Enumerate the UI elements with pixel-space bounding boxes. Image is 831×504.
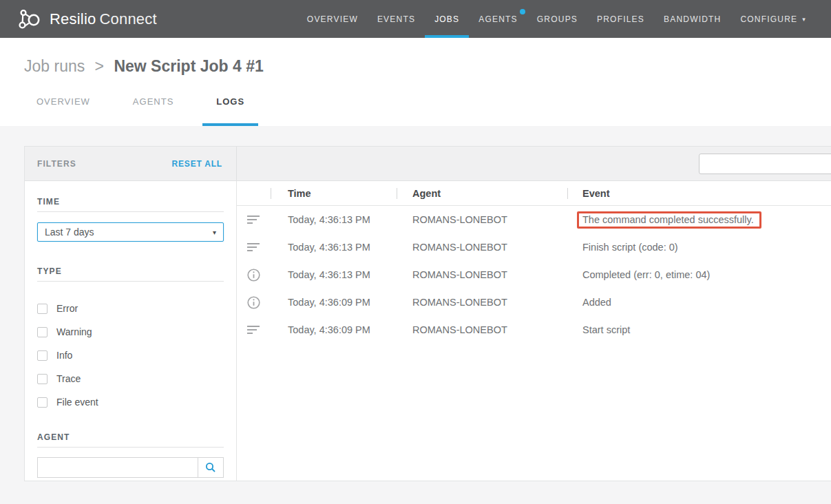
breadcrumb: Job runs > New Script Job 4 #1 [24, 57, 264, 76]
time-range-value: Last 7 days [45, 227, 94, 238]
resilio-logo[interactable]: ResilioConnect [18, 8, 157, 30]
filters-title: FILTERS [37, 159, 76, 169]
trace-checkbox-label: Trace [56, 373, 81, 384]
trace-icon [246, 242, 261, 253]
agent-section-rule [37, 447, 224, 448]
breadcrumb-separator: > [95, 57, 104, 75]
card-body: TIME Last 7 days ▾ TYPE Error Warning [25, 181, 831, 481]
info-checkbox-label: Info [56, 350, 72, 361]
log-time: Today, 4:36:09 PM [271, 324, 397, 335]
log-time: Today, 4:36:13 PM [271, 214, 397, 225]
trace-icon [246, 214, 261, 225]
log-agent: ROMANS-LONEBOT [397, 242, 567, 253]
job-tabs: OVERVIEW AGENTS LOGS [23, 96, 273, 126]
checkbox-info[interactable]: Info [37, 344, 224, 367]
time-section-rule [37, 211, 224, 212]
log-row: Today, 4:36:13 PM ROMANS-LONEBOT Complet… [237, 261, 831, 288]
select-caret-icon: ▾ [213, 229, 216, 236]
log-event: Finish script (code: 0) [567, 242, 831, 253]
log-agent: ROMANS-LONEBOT [397, 324, 567, 335]
breadcrumb-job-runs[interactable]: Job runs [24, 57, 85, 75]
type-section-rule [37, 281, 224, 282]
tab-logs[interactable]: LOGS [202, 96, 258, 126]
error-checkbox-label: Error [56, 303, 78, 314]
time-section-label: TIME [37, 197, 224, 207]
filters-header: FILTERS RESET ALL [25, 147, 237, 180]
agent-search-button[interactable] [198, 457, 224, 478]
tab-agents[interactable]: AGENTS [119, 96, 187, 126]
logs-card: FILTERS RESET ALL TIME Last 7 days ▾ TYP… [24, 146, 831, 481]
time-range-select[interactable]: Last 7 days ▾ [37, 222, 224, 242]
header-time: Time [271, 188, 397, 199]
logs-toolbar [237, 147, 831, 180]
agents-notification-dot [520, 9, 525, 14]
log-table-header: Time Agent Event [237, 181, 831, 206]
log-time: Today, 4:36:13 PM [271, 242, 397, 253]
file-event-checkbox-label: File event [56, 397, 98, 408]
log-time: Today, 4:36:13 PM [271, 269, 397, 280]
logs-search-input[interactable] [699, 154, 831, 174]
top-navbar: ResilioConnect OVERVIEW EVENTS JOBS AGEN… [0, 0, 831, 38]
log-agent: ROMANS-LONEBOT [397, 269, 567, 280]
nav-item-bandwidth[interactable]: BANDWIDTH [654, 0, 730, 38]
type-section-label: TYPE [37, 266, 224, 276]
log-row: Today, 4:36:13 PM ROMANS-LONEBOT Finish … [237, 233, 831, 261]
header-event: Event [567, 188, 831, 199]
log-row: Today, 4:36:09 PM ROMANS-LONEBOT Start s… [237, 316, 831, 344]
log-event: Completed (err: 0, etime: 04) [567, 269, 831, 280]
annotation-highlight-box: The command completed successfully. [577, 211, 761, 229]
checkbox-file-event[interactable]: File event [37, 390, 224, 414]
filter-panel: TIME Last 7 days ▾ TYPE Error Warning [25, 181, 237, 481]
page-subheader: Job runs > New Script Job 4 #1 OVERVIEW … [0, 38, 831, 126]
brand-suffix: Connect [99, 10, 156, 28]
log-row: Today, 4:36:13 PM ROMANS-LONEBOT The com… [237, 206, 831, 233]
nav-item-profiles[interactable]: PROFILES [587, 0, 654, 38]
agent-section-label: AGENT [37, 432, 224, 442]
brand-name: Resilio [50, 10, 96, 28]
log-event: The command completed successfully. [567, 211, 831, 229]
brand-text: ResilioConnect [50, 10, 157, 28]
agent-search [37, 457, 224, 478]
info-checkbox[interactable] [37, 350, 48, 361]
log-event: Start script [567, 324, 831, 335]
search-icon [205, 462, 216, 473]
agent-search-input[interactable] [37, 457, 198, 478]
reset-all-button[interactable]: RESET ALL [172, 159, 222, 169]
nav-item-jobs[interactable]: JOBS [425, 0, 469, 38]
nav-item-configure-label: CONFIGURE [740, 14, 797, 24]
info-icon [247, 269, 260, 282]
main-nav: OVERVIEW EVENTS JOBS AGENTS GROUPS PROFI… [297, 0, 816, 38]
tab-overview[interactable]: OVERVIEW [23, 96, 104, 126]
chevron-down-icon: ▾ [802, 16, 806, 23]
nav-item-groups[interactable]: GROUPS [527, 0, 587, 38]
log-agent: ROMANS-LONEBOT [397, 214, 567, 225]
log-time: Today, 4:36:09 PM [271, 297, 397, 308]
page-title: New Script Job 4 #1 [114, 57, 263, 75]
log-event: Added [567, 297, 831, 308]
log-agent: ROMANS-LONEBOT [397, 297, 567, 308]
warning-checkbox[interactable] [37, 327, 48, 337]
resilio-logo-icon [18, 8, 41, 30]
warning-checkbox-label: Warning [56, 326, 92, 337]
nav-item-events[interactable]: EVENTS [368, 0, 425, 38]
nav-item-overview[interactable]: OVERVIEW [297, 0, 368, 38]
checkbox-error[interactable]: Error [37, 297, 224, 320]
checkbox-warning[interactable]: Warning [37, 320, 224, 344]
header-agent: Agent [397, 188, 567, 199]
log-row: Today, 4:36:09 PM ROMANS-LONEBOT Added [237, 288, 831, 316]
checkbox-trace[interactable]: Trace [37, 367, 224, 390]
file-event-checkbox[interactable] [37, 397, 48, 408]
nav-item-agents[interactable]: AGENTS [469, 0, 527, 38]
nav-item-configure[interactable]: CONFIGURE▾ [730, 0, 816, 38]
trace-icon [246, 324, 261, 335]
log-table: Time Agent Event Today, 4:36:13 PM ROMAN… [237, 181, 831, 481]
trace-checkbox[interactable] [37, 374, 48, 384]
nav-item-agents-label: AGENTS [478, 14, 518, 24]
type-checkbox-list: Error Warning Info Trace File event [37, 297, 224, 414]
info-icon [247, 296, 260, 309]
card-header: FILTERS RESET ALL [25, 147, 831, 181]
error-checkbox[interactable] [37, 304, 48, 314]
